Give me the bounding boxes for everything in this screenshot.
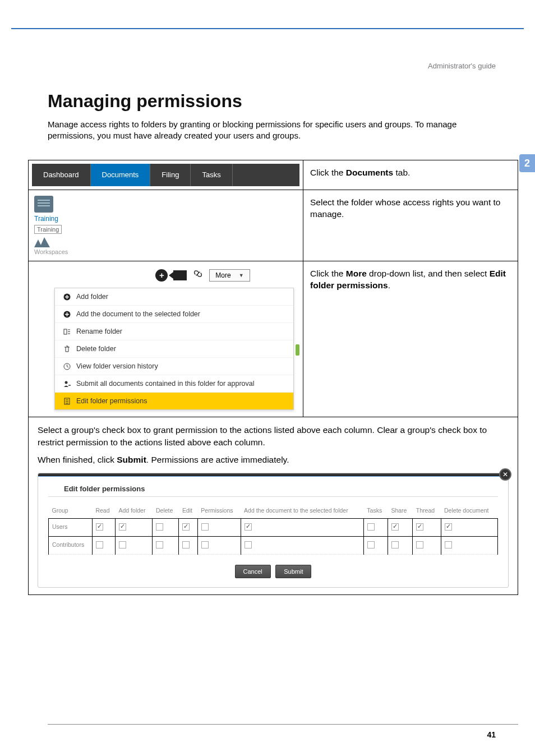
training-link[interactable]: Training — [34, 215, 297, 223]
admin-guide-label: Administrator's guide — [428, 62, 496, 70]
menu-add-folder[interactable]: Add folder — [55, 288, 293, 306]
cancel-button[interactable]: Cancel — [235, 565, 271, 578]
menu-delete-folder[interactable]: Delete folder — [55, 340, 293, 358]
tab-documents[interactable]: Documents — [91, 164, 151, 186]
col-tasks: Tasks — [363, 503, 388, 519]
scroll-handle[interactable] — [296, 344, 299, 356]
col-read: Read — [92, 503, 115, 519]
menu-label: View folder version history — [76, 362, 158, 370]
permission-checkbox[interactable] — [445, 541, 452, 548]
page-number: 41 — [487, 730, 496, 739]
col-share: Share — [388, 503, 412, 519]
more-dropdown-area: + More ▼ Add folder Ad — [29, 261, 303, 417]
menu-submit-approval[interactable]: Submit all documents contained in this f… — [55, 375, 293, 393]
row3-mid: drop-down list, and then select — [367, 269, 490, 278]
row4-p2-post: . Permissions are active immediately. — [146, 455, 289, 464]
permission-checkbox[interactable] — [201, 523, 209, 531]
permissions-panel: ✕ Edit folder permissions Group Read Add… — [38, 473, 509, 588]
checkbox-cell — [92, 519, 115, 537]
row4-p2-bold: Submit — [117, 455, 146, 464]
add-circle-icon[interactable]: + — [155, 269, 168, 282]
checkbox-cell — [441, 537, 497, 555]
panel-button-row: Cancel Submit — [38, 563, 508, 587]
workspaces-label: Workspaces — [34, 248, 297, 255]
permissions-table: Group Read Add folder Delete Edit Permis… — [48, 503, 498, 555]
tab-dashboard[interactable]: Dashboard — [32, 164, 91, 186]
permission-checkbox[interactable] — [182, 523, 190, 531]
col-delete: Delete — [153, 503, 179, 519]
permission-checkbox[interactable] — [391, 541, 399, 548]
permission-checkbox[interactable] — [416, 541, 423, 548]
row4-paragraph-1: Select a group's check box to grant perm… — [38, 424, 509, 448]
training-selected[interactable]: Training — [34, 225, 62, 234]
panel-title: Edit folder permissions — [48, 478, 498, 497]
checkbox-cell — [153, 519, 179, 537]
menu-label: Edit folder permissions — [76, 397, 147, 405]
permission-checkbox[interactable] — [416, 523, 423, 531]
permissions-header-row: Group Read Add folder Delete Edit Permis… — [49, 503, 498, 519]
row3-b1: More — [346, 269, 367, 278]
permission-checkbox[interactable] — [156, 523, 163, 531]
checkbox-cell — [241, 519, 363, 537]
drawer-icon[interactable] — [34, 196, 53, 213]
trash-icon — [63, 345, 71, 353]
more-button-label: More — [215, 271, 230, 279]
menu-version-history[interactable]: View folder version history — [55, 358, 293, 375]
permissions-icon — [63, 398, 71, 405]
rename-icon — [63, 328, 71, 335]
import-icon[interactable] — [173, 270, 187, 280]
checkbox-cell — [92, 537, 115, 555]
folder-tree: Training Training Workspaces — [29, 190, 303, 261]
row1-instruction-post: tab. — [393, 168, 410, 177]
menu-label: Rename folder — [76, 328, 122, 335]
checkbox-cell — [179, 537, 197, 555]
more-button[interactable]: More ▼ — [209, 269, 250, 282]
checkbox-cell — [441, 519, 497, 537]
row2-instruction: Select the folder whose access rights yo… — [303, 190, 518, 261]
page-title: Managing permissions — [48, 91, 242, 112]
permission-checkbox[interactable] — [96, 541, 103, 548]
row1-instruction-bold: Documents — [346, 168, 393, 177]
footer-rule — [48, 724, 518, 725]
permission-checkbox[interactable] — [182, 541, 190, 548]
checkbox-cell — [388, 537, 412, 555]
plus-circle-icon — [63, 293, 71, 301]
table-row: Contributors — [49, 537, 498, 555]
permission-checkbox[interactable] — [445, 523, 452, 531]
permission-checkbox[interactable] — [245, 541, 252, 548]
col-delete-doc: Delete document — [441, 503, 497, 519]
checkbox-cell — [413, 537, 441, 555]
menu-label: Delete folder — [76, 345, 116, 353]
more-dropdown-menu: Add folder Add the document to the selec… — [54, 288, 294, 410]
permission-checkbox[interactable] — [201, 541, 209, 548]
permission-checkbox[interactable] — [156, 541, 163, 548]
permission-checkbox[interactable] — [367, 523, 375, 531]
menu-label: Add folder — [76, 293, 108, 301]
menu-edit-permissions[interactable]: Edit folder permissions — [55, 393, 293, 409]
col-add-doc: Add the document to the selected folder — [241, 503, 363, 519]
checkbox-cell — [388, 519, 412, 537]
tab-filing[interactable]: Filing — [150, 164, 191, 186]
workspaces-icon[interactable] — [34, 237, 50, 247]
permission-checkbox[interactable] — [391, 523, 399, 531]
menu-label: Submit all documents contained in this f… — [76, 380, 255, 388]
checkbox-cell — [197, 519, 241, 537]
permission-checkbox[interactable] — [119, 541, 126, 548]
permission-checkbox[interactable] — [245, 523, 252, 531]
checkbox-cell — [413, 519, 441, 537]
checkbox-cell — [197, 537, 241, 555]
permission-checkbox[interactable] — [367, 541, 375, 548]
close-button[interactable]: ✕ — [499, 468, 511, 481]
col-edit: Edit — [179, 503, 197, 519]
tab-tasks[interactable]: Tasks — [191, 164, 232, 186]
svg-point-4 — [64, 381, 67, 384]
menu-add-document[interactable]: Add the document to the selected folder — [55, 306, 293, 323]
checkbox-cell — [241, 537, 363, 555]
submit-button[interactable]: Submit — [275, 565, 311, 578]
menu-rename-folder[interactable]: Rename folder — [55, 323, 293, 340]
permission-checkbox[interactable] — [119, 523, 126, 531]
link-icon[interactable] — [192, 268, 204, 282]
col-add-folder: Add folder — [116, 503, 153, 519]
checkbox-cell — [153, 537, 179, 555]
permission-checkbox[interactable] — [96, 523, 103, 531]
